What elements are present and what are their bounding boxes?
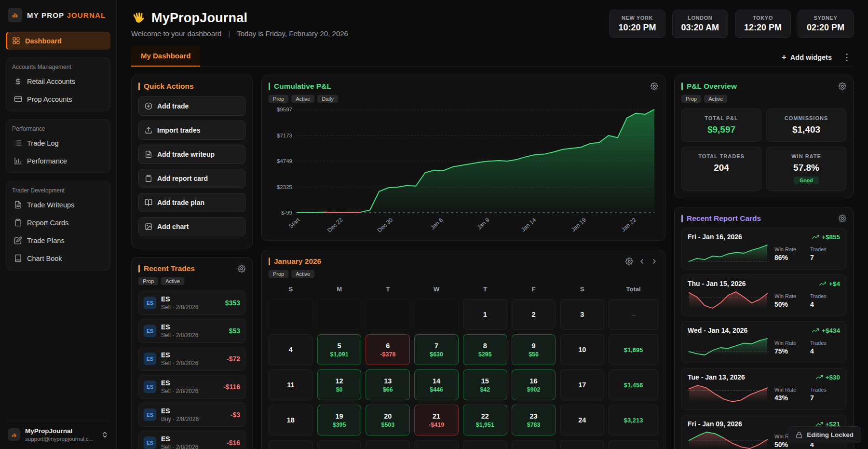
calendar-day-26[interactable]: 26 [317, 440, 362, 449]
calendar-day-9[interactable]: 9$56 [512, 334, 556, 365]
calendar-day-7[interactable]: 7$630 [414, 334, 459, 365]
report-card-win-rate: 43% [774, 394, 804, 402]
sidebar-sections: Accounts ManagementRetail AccountsProp A… [6, 50, 110, 271]
trade-side-date: Buy · 2/8/2026 [161, 416, 199, 422]
calendar-next-button[interactable] [651, 258, 658, 265]
sidebar-item-report-cards[interactable]: Report Cards [9, 214, 107, 231]
calendar-prev-button[interactable] [638, 258, 646, 265]
report-card-item[interactable]: Wed - Jan 14, 2026+$434Win Rate75%Trades… [681, 321, 846, 363]
calendar-day-25[interactable]: 25 [269, 440, 313, 449]
trade-row[interactable]: ESESSell · 2/8/2026-$16 [138, 431, 245, 449]
kebab-menu-icon[interactable]: ⋮ [841, 53, 854, 62]
trade-row[interactable]: ESESSell · 2/8/2026-$116 [138, 375, 245, 399]
add-widgets-button[interactable]: + Add widgets [782, 53, 832, 61]
add-trade-writeup-button[interactable]: Add trade writeup [138, 145, 245, 164]
pnl-overview-settings-button[interactable] [839, 82, 846, 90]
sidebar-item-dashboard[interactable]: Dashboard [6, 32, 110, 50]
calendar-day-19[interactable]: 19$395 [317, 405, 362, 435]
calendar-day-23[interactable]: 23$783 [512, 405, 556, 435]
sidebar-item-chart-book[interactable]: Chart Book [9, 249, 107, 267]
recent-trades-settings-button[interactable] [238, 265, 245, 272]
page-title: MyPropJournal [151, 11, 247, 26]
svg-text:Jan 22: Jan 22 [620, 217, 637, 233]
calendar-day-11[interactable]: 11 [269, 369, 313, 400]
calendar-settings-button[interactable] [625, 258, 633, 265]
calendar-day-2[interactable]: 2 [512, 299, 556, 330]
sidebar-item-performance[interactable]: Performance [9, 152, 107, 170]
calendar-day-30[interactable]: 30 [512, 440, 556, 449]
calendar-day-6[interactable]: 6-$378 [366, 334, 410, 365]
svg-text:$-99: $-99 [281, 210, 292, 216]
report-cards-list: Fri - Jan 16, 2026+$855Win Rate86%Trades… [681, 228, 846, 449]
logo: MY PROP JOURNAL [6, 7, 110, 23]
calendar-day-28[interactable]: 28 [414, 440, 459, 449]
cumulative-pnl-chart: $9597$7173$4749$2325$-99StartDec 22Dec 3… [269, 105, 658, 234]
trade-pnl: -$72 [227, 355, 240, 363]
add-chart-button[interactable]: Add chart [138, 217, 245, 236]
trade-row[interactable]: ESESBuy · 2/8/2026-$3 [138, 403, 245, 427]
dollar-icon [14, 77, 22, 85]
trade-row[interactable]: ESESSell · 2/8/2026$353 [138, 291, 245, 315]
calendar-day-21[interactable]: 21-$419 [414, 405, 459, 435]
sidebar-item-retail-accounts[interactable]: Retail Accounts [9, 72, 107, 90]
cumulative-pnl-card: Cumulative P&L PropActiveDaily $9597$717… [261, 75, 665, 241]
add-report-card-button[interactable]: Add report card [138, 169, 245, 188]
calendar-day-4[interactable]: 4 [269, 334, 313, 365]
sidebar-section-title: Accounts Management [9, 60, 107, 72]
calendar-day-27[interactable]: 27 [366, 440, 410, 449]
clipboard-icon [14, 218, 22, 227]
tab-my-dashboard[interactable]: My Dashboard [131, 46, 200, 67]
trade-row[interactable]: ESESSell · 2/8/2026$53 [138, 319, 245, 343]
calendar-day-15[interactable]: 15$42 [463, 369, 507, 400]
calendar-day-header: S [560, 284, 604, 295]
calendar-day-8[interactable]: 8$295 [463, 334, 507, 365]
sidebar-section-accounts-management: Accounts ManagementRetail AccountsProp A… [6, 57, 110, 111]
calendar-day-13[interactable]: 13$66 [366, 369, 410, 400]
add-trade-plan-button[interactable]: Add trade plan [138, 193, 245, 212]
sidebar-item-trade-log[interactable]: Trade Log [9, 134, 107, 152]
calendar-day-20[interactable]: 20$503 [366, 405, 410, 435]
sidebar-item-prop-accounts[interactable]: Prop Accounts [9, 90, 107, 108]
calendar-day-3[interactable]: 3 [560, 299, 604, 330]
report-card-date: Tue - Jan 13, 2026 [688, 373, 745, 381]
calendar-day-17[interactable]: 17 [560, 369, 604, 400]
symbol-badge: ES [144, 436, 156, 449]
date-text: Today is Friday, February 20, 2026 [237, 29, 348, 38]
trade-row[interactable]: ESESSell · 2/8/2026-$72 [138, 347, 245, 371]
report-card-item[interactable]: Tue - Jan 13, 2026+$30Win Rate43%Trades7 [681, 368, 846, 410]
calendar-day-1[interactable]: 1 [463, 299, 507, 330]
calendar-day-12[interactable]: 12$0 [317, 369, 362, 400]
chevron-left-icon [638, 258, 646, 265]
sidebar-item-trade-plans[interactable]: Trade Plans [9, 231, 107, 249]
editing-locked-button[interactable]: Editing Locked [788, 426, 861, 443]
report-card-item[interactable]: Thu - Jan 15, 2026+$4Win Rate50%Trades4 [681, 274, 846, 316]
clock-tokyo: TOKYO12:20 PM [735, 10, 791, 38]
sidebar-item-trade-writeups[interactable]: Trade Writeups [9, 196, 107, 214]
calendar-day-10[interactable]: 10 [560, 334, 604, 365]
calendar-empty-cell [414, 299, 459, 330]
sidebar-account-button[interactable]: MyPropJournal support@mypropjournal.c... [6, 421, 110, 443]
calendar-day-29[interactable]: 29 [463, 440, 507, 449]
calendar-day-14[interactable]: 14$446 [414, 369, 459, 400]
calendar-day-16[interactable]: 16$902 [512, 369, 556, 400]
import-trades-button[interactable]: Import trades [138, 121, 245, 140]
calendar-day-24[interactable]: 24 [560, 405, 604, 435]
world-clocks: NEW YORK10:20 PMLONDON03:20 AMTOKYO12:20… [609, 10, 854, 38]
app-name: MY PROP JOURNAL [27, 11, 106, 19]
report-card-trades: 7 [810, 254, 840, 261]
svg-text:Dec 30: Dec 30 [376, 217, 394, 234]
calendar-day-22[interactable]: 22$1,951 [463, 405, 507, 435]
report-card-sparkline [688, 290, 769, 311]
add-trade-button[interactable]: Add trade [138, 96, 245, 116]
report-cards-settings-button[interactable] [839, 215, 846, 222]
cumulative-pnl-area-chart: $9597$7173$4749$2325$-99StartDec 22Dec 3… [269, 105, 658, 235]
calendar-day-31[interactable]: 31 [560, 440, 604, 449]
svg-text:Jan 14: Jan 14 [520, 217, 537, 233]
report-card-item[interactable]: Fri - Jan 16, 2026+$855Win Rate86%Trades… [681, 228, 846, 270]
calendar-day-18[interactable]: 18 [269, 405, 313, 435]
book-icon [14, 254, 22, 262]
calendar-day-5[interactable]: 5$1,091 [317, 334, 362, 365]
sidebar: MY PROP JOURNAL Dashboard Accounts Manag… [0, 0, 117, 449]
report-card-pnl: +$30 [816, 374, 840, 381]
cumulative-pnl-settings-button[interactable] [651, 82, 658, 90]
